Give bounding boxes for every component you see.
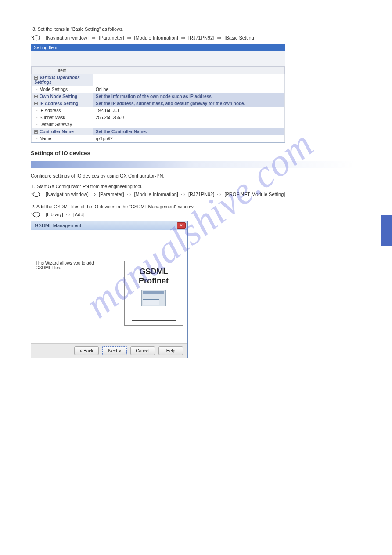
mouse-icon — [31, 191, 40, 198]
row-mode[interactable]: └Mode Settings Online — [32, 86, 285, 93]
row-name[interactable]: └Name rj71pn92 — [32, 135, 285, 142]
gsdml-card: GSDML Profinet — [124, 261, 183, 326]
row-various: −Various Operations Settings — [32, 74, 285, 86]
card-line — [132, 316, 176, 316]
step-4a-text: 1. Start GX Configurator-PN from the eng… — [32, 184, 361, 189]
collapse-icon[interactable]: − — [34, 102, 38, 105]
wizard-text: This Wizard allows you to add GSDML file… — [36, 261, 101, 270]
col-item: Item — [32, 67, 93, 74]
back-button[interactable]: < Back — [74, 346, 99, 355]
table-header-row: Item — [32, 67, 285, 74]
row-subnet[interactable]: ├Subnet Mask 255.255.255.0 — [32, 114, 285, 121]
close-icon[interactable]: ✕ — [177, 222, 186, 229]
section-heading-io-devices: Settings of IO devices — [31, 150, 361, 156]
collapse-icon[interactable]: − — [34, 95, 38, 98]
card-line — [132, 311, 176, 311]
collapse-icon[interactable]: − — [34, 76, 38, 80]
settings-toolbar-area — [31, 51, 285, 67]
gsdml-dialog: GSDML Management ✕ This Wizard allows yo… — [31, 221, 188, 358]
mouse-icon — [31, 211, 40, 218]
row-ip-setting: −IP Address Setting Set the IP address, … — [32, 100, 285, 107]
row-own-node: −Own Node Setting Set the information of… — [32, 93, 285, 100]
dialog-body: This Wizard allows you to add GSDML file… — [31, 230, 187, 343]
card-line2: Profinet — [139, 276, 169, 285]
mouse-icon — [31, 34, 40, 41]
step-4a-path: [Navigation window] ⇨ [Parameter] ⇨ [Mod… — [46, 192, 285, 197]
step-4b-text: 2. Add the GSDML files of the IO devices… — [32, 204, 361, 209]
row-ctrl-name: −Controller Name Set the Controller Name… — [32, 128, 285, 135]
col-value — [93, 67, 285, 74]
dialog-title-bar: GSDML Management ✕ — [31, 221, 187, 230]
card-line1: GSDML — [140, 267, 168, 276]
step-3-path: [Navigation window] ⇨ [Parameter] ⇨ [Mod… — [46, 35, 255, 41]
step-3-text: 3. Set the items in "Basic Setting" as f… — [32, 26, 361, 32]
svg-point-0 — [33, 36, 40, 40]
settings-panel: Setting Item Item −Various Operations Se… — [31, 44, 285, 143]
card-line — [132, 320, 176, 321]
device-illustration-icon — [141, 290, 166, 306]
help-button[interactable]: Help — [158, 346, 183, 355]
row-gateway[interactable]: └Default Gateway — [32, 121, 285, 128]
svg-point-2 — [33, 212, 40, 217]
section-bar — [31, 161, 356, 168]
settings-table: Item −Various Operations Settings └Mode … — [31, 67, 285, 142]
row-ip[interactable]: ├IP Address 192.168.3.3 — [32, 107, 285, 114]
side-tab — [381, 215, 392, 246]
collapse-icon[interactable]: − — [34, 130, 38, 134]
dialog-title-text: GSDML Management — [35, 223, 81, 228]
svg-point-1 — [33, 192, 40, 197]
dialog-button-row: < Back Next > Cancel Help — [31, 343, 187, 358]
next-button[interactable]: Next > — [102, 346, 127, 355]
section-desc: Configure settings of IO devices by usin… — [31, 173, 361, 178]
step-4b-path: [Library] ⇨ [Add] — [46, 212, 85, 218]
settings-panel-title: Setting Item — [31, 44, 285, 51]
cancel-button[interactable]: Cancel — [130, 346, 155, 355]
